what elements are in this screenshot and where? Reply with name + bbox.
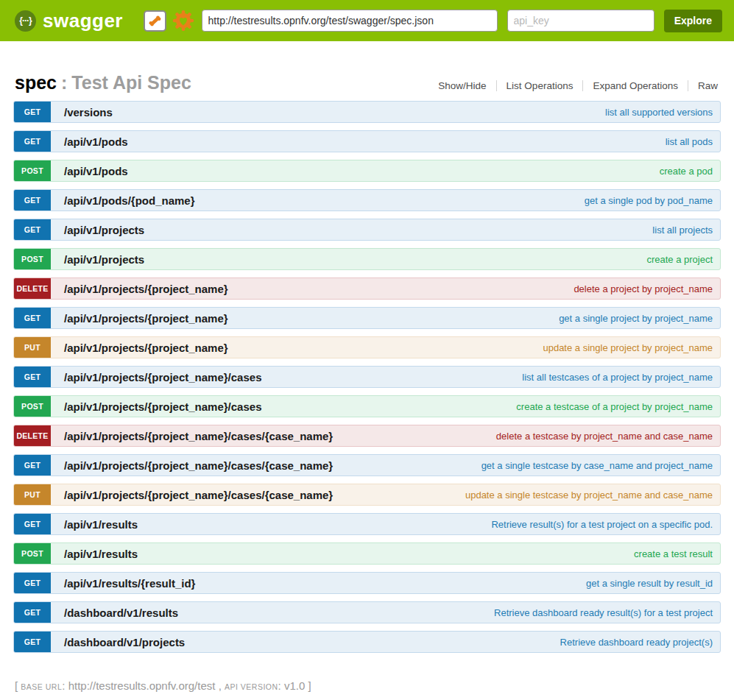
endpoint-row[interactable]: GET /dashboard/v1/results Retrieve dashb… — [13, 601, 721, 623]
footer-colon: : — [62, 679, 65, 692]
endpoint-path[interactable]: /api/v1/projects/{project_name}/cases — [64, 400, 261, 413]
endpoint-description[interactable]: create a pod — [660, 166, 720, 177]
endpoint-description[interactable]: create a test result — [634, 548, 720, 559]
endpoint-description[interactable]: update a single project by project_name — [543, 342, 720, 353]
endpoint-row[interactable]: DELETE /api/v1/projects/{project_name}/c… — [13, 425, 721, 447]
method-badge[interactable]: GET — [14, 602, 51, 623]
api-url-input[interactable] — [202, 10, 498, 32]
method-badge[interactable]: GET — [14, 190, 51, 211]
method-badge[interactable]: GET — [14, 367, 51, 387]
endpoint-description[interactable]: list all projects — [652, 225, 720, 236]
method-badge[interactable]: POST — [14, 160, 51, 181]
endpoint-description[interactable]: delete a project by project_name — [574, 283, 720, 294]
resource-name-link[interactable]: spec — [15, 72, 57, 93]
resource-title: Test Api Spec — [71, 72, 191, 93]
method-badge[interactable]: GET — [14, 102, 51, 122]
method-badge[interactable]: GET — [14, 308, 51, 328]
endpoint-path[interactable]: /api/v1/pods — [64, 165, 128, 177]
endpoint-row[interactable]: GET /api/v1/projects/{project_name}/case… — [13, 454, 721, 476]
footer-comma: , — [219, 679, 222, 692]
endpoint-row[interactable]: GET /api/v1/pods list all pods — [13, 130, 721, 152]
endpoint-path[interactable]: /api/v1/projects/{project_name} — [64, 342, 228, 354]
header-bar: {···} swagger — [0, 0, 734, 41]
endpoint-row[interactable]: GET /api/v1/results Retrieve result(s) f… — [13, 513, 721, 535]
method-badge[interactable]: GET — [14, 573, 51, 593]
endpoint-description[interactable]: delete a testcase by project_name and ca… — [496, 431, 720, 442]
endpoint-row[interactable]: GET /api/v1/projects/{project_name} get … — [13, 307, 721, 329]
endpoint-description[interactable]: create a project — [646, 254, 720, 265]
endpoint-description[interactable]: update a single testcase by project_name… — [465, 489, 720, 501]
method-badge[interactable]: GET — [14, 219, 51, 240]
endpoint-path[interactable]: /api/v1/projects — [64, 253, 144, 266]
endpoint-row[interactable]: GET /api/v1/pods/{pod_name} get a single… — [13, 189, 721, 211]
endpoint-description[interactable]: create a testcase of a project by projec… — [516, 401, 720, 412]
endpoint-row[interactable]: GET /api/v1/results/{result_id} get a si… — [13, 572, 721, 594]
gear-heart-button[interactable] — [172, 10, 194, 32]
endpoints-list: GET /versions list all supported version… — [13, 101, 721, 653]
method-badge[interactable]: PUT — [14, 337, 51, 358]
endpoint-path[interactable]: /api/v1/projects/{project_name} — [64, 312, 228, 325]
menu-item-expand-operations[interactable]: Expand Operations — [582, 80, 688, 91]
endpoint-row[interactable]: POST /api/v1/results create a test resul… — [13, 542, 721, 565]
endpoint-description[interactable]: list all pods — [666, 136, 720, 147]
bone-button[interactable] — [144, 10, 166, 32]
method-badge[interactable]: POST — [14, 396, 51, 417]
endpoint-path[interactable]: /versions — [64, 106, 113, 119]
swagger-logo[interactable]: {···} swagger — [15, 10, 123, 32]
endpoint-row[interactable]: GET /versions list all supported version… — [13, 101, 721, 123]
endpoint-description[interactable]: get a single project by project_name — [559, 313, 720, 324]
endpoint-row[interactable]: GET /dashboard/v1/projects Retrieve dash… — [13, 631, 721, 653]
endpoint-description[interactable]: Retrieve result(s) for a test project on… — [491, 519, 720, 530]
method-badge[interactable]: PUT — [14, 484, 51, 505]
endpoint-row[interactable]: POST /api/v1/pods create a pod — [13, 160, 721, 182]
explore-button[interactable]: Explore — [664, 10, 722, 32]
endpoint-path[interactable]: /api/v1/results/{result_id} — [64, 577, 195, 590]
endpoint-path[interactable]: /api/v1/projects/{project_name}/cases/{c… — [64, 489, 333, 501]
endpoint-path[interactable]: /api/v1/results — [64, 518, 138, 531]
footer-close-bracket: ] — [308, 679, 311, 692]
endpoint-row[interactable]: DELETE /api/v1/projects/{project_name} d… — [13, 277, 721, 300]
method-badge[interactable]: GET — [14, 514, 51, 534]
endpoint-path[interactable]: /dashboard/v1/projects — [64, 636, 185, 648]
resource-header: spec : Test Api Spec Show/HideList Opera… — [15, 72, 718, 93]
method-badge[interactable]: GET — [14, 131, 51, 152]
endpoint-description[interactable]: get a single testcase by case_name and p… — [481, 460, 720, 471]
method-badge[interactable]: DELETE — [14, 425, 51, 446]
endpoint-row[interactable]: POST /api/v1/projects/{project_name}/cas… — [13, 395, 721, 417]
endpoint-path[interactable]: /api/v1/projects/{project_name}/cases/{c… — [64, 459, 333, 472]
method-badge[interactable]: GET — [14, 632, 51, 652]
options-menu: Show/HideList OperationsExpand Operation… — [428, 80, 718, 91]
endpoint-description[interactable]: Retrieve dashboard ready project(s) — [560, 637, 720, 648]
menu-item-raw[interactable]: Raw — [688, 80, 718, 91]
method-badge[interactable]: GET — [14, 455, 51, 475]
menu-item-show-hide[interactable]: Show/Hide — [428, 80, 495, 91]
logo-braces-glyph: {···} — [19, 15, 31, 26]
endpoint-path[interactable]: /api/v1/projects/{project_name}/cases/{c… — [64, 430, 333, 442]
brand-title: swagger — [43, 10, 123, 32]
endpoint-path[interactable]: /api/v1/results — [64, 548, 138, 560]
endpoint-path[interactable]: /api/v1/projects/{project_name} — [64, 283, 228, 295]
endpoint-description[interactable]: get a single pod by pod_name — [585, 195, 720, 206]
endpoint-description[interactable]: get a single result by result_id — [586, 578, 720, 589]
endpoint-path[interactable]: /dashboard/v1/results — [64, 607, 178, 619]
menu-item-list-operations[interactable]: List Operations — [496, 80, 583, 91]
endpoint-row[interactable]: PUT /api/v1/projects/{project_name}/case… — [13, 484, 721, 506]
footer-open-bracket: [ — [15, 679, 18, 692]
method-badge[interactable]: POST — [14, 543, 51, 564]
endpoint-path[interactable]: /api/v1/projects/{project_name}/cases — [64, 371, 261, 383]
endpoint-path[interactable]: /api/v1/pods — [64, 135, 128, 148]
endpoint-row[interactable]: POST /api/v1/projects create a project — [13, 248, 721, 270]
base-url-footer: [ base url: http://testresults.opnfv.org… — [15, 679, 719, 692]
endpoint-description[interactable]: list all testcases of a project by proje… — [522, 372, 720, 383]
endpoint-row[interactable]: GET /api/v1/projects list all projects — [13, 219, 721, 241]
endpoint-row[interactable]: GET /api/v1/projects/{project_name}/case… — [13, 366, 721, 388]
endpoint-row[interactable]: PUT /api/v1/projects/{project_name} upda… — [13, 336, 721, 358]
endpoint-path[interactable]: /api/v1/projects — [64, 224, 144, 236]
method-badge[interactable]: POST — [14, 249, 51, 269]
endpoint-description[interactable]: Retrieve dashboard ready result(s) for a… — [494, 607, 720, 618]
api-key-input[interactable] — [507, 10, 654, 32]
endpoint-path[interactable]: /api/v1/pods/{pod_name} — [64, 194, 195, 207]
api-version-label: api version — [225, 682, 278, 691]
method-badge[interactable]: DELETE — [14, 278, 51, 299]
endpoint-description[interactable]: list all supported versions — [605, 107, 720, 118]
